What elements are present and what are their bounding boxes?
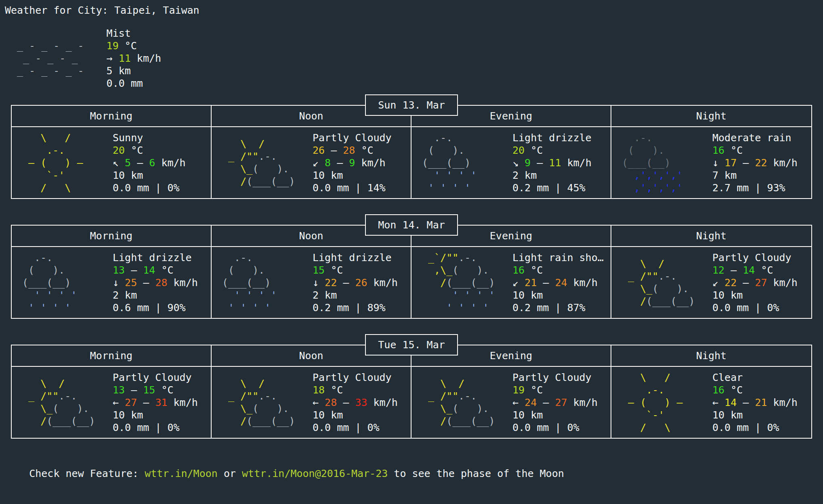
temperature-text: 15 °C: [313, 264, 398, 276]
footer-feature-line: Check new Feature: wttr.in/Moon or wttr.…: [5, 455, 823, 492]
wind-text: ← 27 ‒ 31 km/h: [113, 396, 198, 409]
footer-text: or: [218, 468, 242, 479]
moon-link[interactable]: wttr.in/Moon: [145, 468, 218, 479]
visibility-text: 10 km: [512, 289, 604, 301]
forecast-table: Morning Noon Evening Night .-. ( ). (___…: [11, 225, 812, 319]
forecast-day-mon: Mon 14. Mar Morning Noon Evening Night .…: [0, 214, 823, 319]
light-drizzle-icon: .-. ( ). (___(__) ' ' ' ' ' ' ' ': [212, 251, 313, 314]
wind-text: ← 14 ‒ 21 km/h: [712, 396, 798, 409]
precipitation-text: 0.0 mm | 0%: [113, 421, 198, 434]
condition-text: Partly Cloudy: [313, 371, 398, 384]
precipitation-text: 0.0 mm | 0%: [712, 301, 798, 314]
partly-cloudy-icon: \ / _ /"".-. \_( ). /(___(__): [12, 377, 113, 427]
forecast-cell-noon: .-. ( ). (___(__) ' ' ' ' ' ' ' ' Light …: [212, 247, 412, 318]
wind-text: ↙ 22 ‒ 27 km/h: [712, 276, 798, 289]
precipitation-text: 0.0 mm | 14%: [313, 182, 392, 194]
light-drizzle-icon: .-. ( ). (___(__) ' ' ' ' ' ' ' ': [412, 132, 512, 194]
forecast-cell-evening: _`/"".-. ,\_( ). /(___(__) ' ' ' ' ' ' '…: [412, 247, 611, 318]
condition-text: Clear: [712, 371, 798, 384]
temperature-text: 12 ‒ 14 °C: [712, 264, 798, 276]
temperature-text: 13 ‒ 14 °C: [113, 264, 198, 276]
visibility-text: 2 km: [512, 169, 592, 182]
table-body-row: .-. ( ). (___(__) ' ' ' ' ' ' ' ' Light …: [12, 247, 811, 318]
forecast-cell-night: .-. ( ). (___(__) ,',',',' ,',',',' Mode…: [611, 127, 811, 198]
forecast-table: Morning Noon Evening Night \ / .-. ‒ ( )…: [11, 105, 812, 199]
wind-text: ↙ 8 ‒ 9 km/h: [313, 157, 392, 169]
condition-text: Partly Cloudy: [712, 251, 798, 264]
precipitation-text: 2.7 mm | 93%: [712, 182, 798, 194]
partly-cloudy-icon: \ / _ /"".-. \_( ). /(___(__): [212, 138, 313, 188]
footer-text: to see the phase of the Moon: [388, 468, 564, 479]
temperature-text: 13 ‒ 15 °C: [113, 384, 198, 396]
visibility-text: 2 km: [313, 289, 398, 301]
precipitation-text: 0.0 mm: [107, 77, 161, 90]
precipitation-text: 0.0 mm | 0%: [712, 421, 798, 434]
current-conditions: _ - _ - _ - _ - _ - _ _ - _ - _ - Mist 1…: [12, 27, 823, 90]
visibility-text: 10 km: [512, 409, 598, 421]
page-title: Weather for City: Taipei, Taiwan: [5, 4, 823, 17]
wind-text: ↓ 17 ‒ 22 km/h: [712, 157, 798, 169]
visibility-text: 10 km: [712, 289, 798, 301]
visibility-text: 2 km: [113, 289, 198, 301]
forecast-cell-morning: \ / _ /"".-. \_( ). /(___(__) Partly Clo…: [12, 367, 212, 438]
footer: Check new Feature: wttr.in/Moon or wttr.…: [5, 455, 823, 504]
precipitation-text: 0.0 mm | 0%: [512, 421, 598, 434]
visibility-text: 10 km: [313, 169, 392, 182]
temperature-text: 16 °C: [712, 384, 798, 396]
temperature-text: 20 °C: [113, 144, 186, 157]
precipitation-text: 0.6 mm | 90%: [113, 301, 198, 314]
footer-follow-line: Follow @igor_chubin for wttr.in updates: [5, 492, 823, 504]
sunny-icon: \ / .-. ‒ ( ) ‒ `-' / \: [12, 132, 113, 194]
wind-text: ↓ 25 ‒ 28 km/h: [113, 276, 198, 289]
table-body-row: \ / _ /"".-. \_( ). /(___(__) Partly Clo…: [12, 367, 811, 438]
temperature-text: 19 °C: [512, 384, 598, 396]
temperature-text: 26 ‒ 28 °C: [313, 144, 392, 157]
date-tab: Tue 15. Mar: [365, 334, 458, 356]
visibility-text: 10 km: [712, 409, 798, 421]
wind-text: ← 24 ‒ 27 km/h: [512, 396, 598, 409]
visibility-text: 10 km: [113, 409, 198, 421]
forecast-cell-night: \ / _ /"".-. \_( ). /(___(__) Partly Clo…: [611, 247, 811, 318]
precipitation-text: 0.0 mm | 0%: [113, 182, 186, 194]
footer-text: Check new Feature:: [29, 468, 145, 479]
partly-cloudy-icon: \ / _ /"".-. \_( ). /(___(__): [611, 257, 712, 307]
partly-cloudy-icon: \ / _ /"".-. \_( ). /(___(__): [412, 377, 512, 427]
forecast-day-tue: Tue 15. Mar Morning Noon Evening Night \…: [0, 334, 823, 439]
wind-text: ← 28 ‒ 33 km/h: [313, 396, 398, 409]
table-body-row: \ / .-. ‒ ( ) ‒ `-' / \ Sunny 20 °C ↖ 5 …: [12, 127, 811, 198]
precipitation-text: 0.0 mm | 0%: [313, 421, 398, 434]
condition-text: Partly Cloudy: [512, 371, 598, 384]
wind-text: ↙ 21 ‒ 24 km/h: [512, 276, 604, 289]
wind-text: ↘ 9 ‒ 11 km/h: [512, 157, 592, 169]
condition-text: Light drizzle: [313, 251, 398, 264]
precipitation-text: 0.2 mm | 87%: [512, 301, 604, 314]
clear-icon: \ / .-. ‒ ( ) ‒ `-' / \: [611, 371, 712, 434]
current-details: Mist 19 °C → 11 km/h 5 km 0.0 mm: [107, 27, 161, 90]
precipitation-text: 0.2 mm | 45%: [512, 182, 592, 194]
visibility-text: 10 km: [313, 409, 398, 421]
condition-text: Partly Cloudy: [313, 132, 392, 144]
visibility-text: 10 km: [113, 169, 186, 182]
temperature-text: 19 °C: [107, 40, 161, 52]
forecast-cell-evening: \ / _ /"".-. \_( ). /(___(__) Partly Clo…: [412, 367, 611, 438]
wind-text: ↖ 5 ‒ 6 km/h: [113, 157, 186, 169]
temperature-text: 16 °C: [712, 144, 798, 157]
condition-text: Mist: [107, 27, 161, 40]
moon-date-link[interactable]: wttr.in/Moon@2016-Mar-23: [242, 468, 388, 479]
temperature-text: 18 °C: [313, 384, 398, 396]
condition-text: Moderate rain: [712, 132, 798, 144]
visibility-text: 7 km: [712, 169, 798, 182]
forecast-table: Morning Noon Evening Night \ / _ /"".-. …: [11, 345, 812, 439]
condition-text: Light drizzle: [113, 251, 198, 264]
forecast-cell-noon: \ / _ /"".-. \_( ). /(___(__) Partly Clo…: [212, 127, 412, 198]
light-rain-shower-icon: _`/"".-. ,\_( ). /(___(__) ' ' ' ' ' ' '…: [412, 251, 512, 314]
condition-text: Light rain sho…: [512, 251, 604, 264]
forecast-cell-evening: .-. ( ). (___(__) ' ' ' ' ' ' ' ' Light …: [412, 127, 611, 198]
forecast-day-sun: Sun 13. Mar Morning Noon Evening Night \…: [0, 94, 823, 199]
date-tab: Mon 14. Mar: [365, 214, 458, 236]
light-drizzle-icon: .-. ( ). (___(__) ' ' ' ' ' ' ' ': [12, 251, 113, 314]
condition-text: Partly Cloudy: [113, 371, 198, 384]
condition-text: Light drizzle: [512, 132, 592, 144]
date-tab: Sun 13. Mar: [365, 94, 458, 116]
precipitation-text: 0.2 mm | 89%: [313, 301, 398, 314]
